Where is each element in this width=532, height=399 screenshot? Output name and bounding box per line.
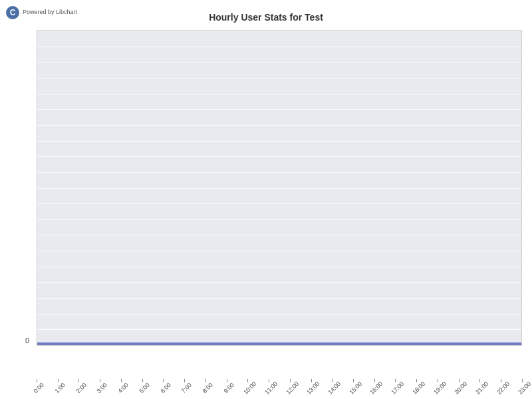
x-tick bbox=[205, 379, 206, 382]
x-tick bbox=[247, 379, 248, 382]
x-axis-label: 7:00 bbox=[180, 382, 193, 394]
chart-title: Hourly User Stats for Test bbox=[0, 12, 532, 23]
x-axis: 0:001:002:003:004:005:006:007:008:009:00… bbox=[37, 379, 522, 392]
grid-line bbox=[37, 125, 521, 126]
x-axis-label: 20:00 bbox=[454, 380, 469, 396]
x-axis-label: 5:00 bbox=[138, 382, 150, 394]
x-axis-label: 13:00 bbox=[306, 380, 321, 396]
data-line bbox=[37, 342, 521, 345]
x-tick bbox=[416, 379, 417, 382]
grid-line bbox=[37, 298, 521, 299]
x-axis-label: 12:00 bbox=[285, 380, 300, 396]
grid-line bbox=[37, 314, 521, 315]
x-axis-label: 17:00 bbox=[390, 380, 406, 396]
x-axis-label: 0:00 bbox=[33, 382, 45, 394]
grid-line bbox=[37, 78, 521, 78]
x-tick bbox=[522, 379, 523, 382]
x-axis-label: 9:00 bbox=[222, 382, 235, 394]
x-axis-label: 6:00 bbox=[159, 382, 172, 394]
grid-line bbox=[37, 282, 521, 283]
grid-line bbox=[37, 329, 521, 330]
grid-line bbox=[37, 156, 521, 157]
x-tick bbox=[332, 379, 332, 382]
grid-line bbox=[37, 31, 521, 31]
x-tick bbox=[227, 379, 227, 382]
grid-line bbox=[37, 109, 521, 110]
grid-line bbox=[37, 203, 521, 204]
grid-line bbox=[37, 172, 521, 173]
x-axis-label: 11:00 bbox=[263, 380, 279, 396]
x-axis-label: 3:00 bbox=[96, 382, 108, 394]
grid-line bbox=[37, 267, 521, 267]
x-tick bbox=[100, 379, 100, 382]
x-tick bbox=[163, 379, 164, 382]
grid-line bbox=[37, 235, 521, 235]
grid-line bbox=[37, 251, 521, 251]
x-axis-label: 10:00 bbox=[242, 380, 257, 396]
grid-line bbox=[37, 47, 521, 47]
grid-line bbox=[37, 94, 521, 94]
grid-line bbox=[37, 141, 521, 142]
x-tick bbox=[501, 379, 501, 382]
grid-line bbox=[37, 188, 521, 189]
x-tick bbox=[374, 379, 375, 382]
x-tick bbox=[269, 379, 269, 382]
x-tick bbox=[353, 379, 354, 382]
x-axis-label: 21:00 bbox=[474, 380, 489, 396]
y-axis-zero-label: 0 bbox=[25, 336, 29, 344]
x-axis-label: 16:00 bbox=[369, 380, 384, 396]
grid-line bbox=[37, 345, 521, 346]
x-tick bbox=[290, 379, 291, 382]
x-tick bbox=[459, 379, 460, 382]
chart-plot-area bbox=[37, 30, 522, 346]
x-axis-label: 22:00 bbox=[495, 380, 511, 396]
x-tick bbox=[479, 379, 480, 382]
x-axis-label: 15:00 bbox=[348, 380, 363, 396]
x-axis-label: 8:00 bbox=[201, 382, 214, 394]
x-tick bbox=[184, 379, 185, 382]
x-tick bbox=[121, 379, 122, 382]
x-axis-label: 4:00 bbox=[117, 382, 130, 394]
x-tick bbox=[395, 379, 396, 382]
x-tick bbox=[311, 379, 312, 382]
grid-line bbox=[37, 219, 521, 220]
x-axis-label: 19:00 bbox=[432, 380, 448, 396]
grid-lines bbox=[37, 31, 521, 345]
x-axis-label: 23:00 bbox=[517, 380, 532, 396]
x-tick bbox=[37, 379, 37, 382]
chart-container: C Powered by Libchart Hourly User Stats … bbox=[0, 0, 532, 399]
x-axis-label: 2:00 bbox=[74, 382, 87, 394]
x-axis-label: 14:00 bbox=[327, 380, 342, 396]
x-tick bbox=[142, 379, 143, 382]
x-tick bbox=[438, 379, 438, 382]
x-axis-label: 18:00 bbox=[411, 380, 426, 396]
x-tick bbox=[78, 379, 79, 382]
x-tick bbox=[58, 379, 59, 382]
grid-line bbox=[37, 62, 521, 63]
x-axis-label: 1:00 bbox=[54, 382, 66, 394]
